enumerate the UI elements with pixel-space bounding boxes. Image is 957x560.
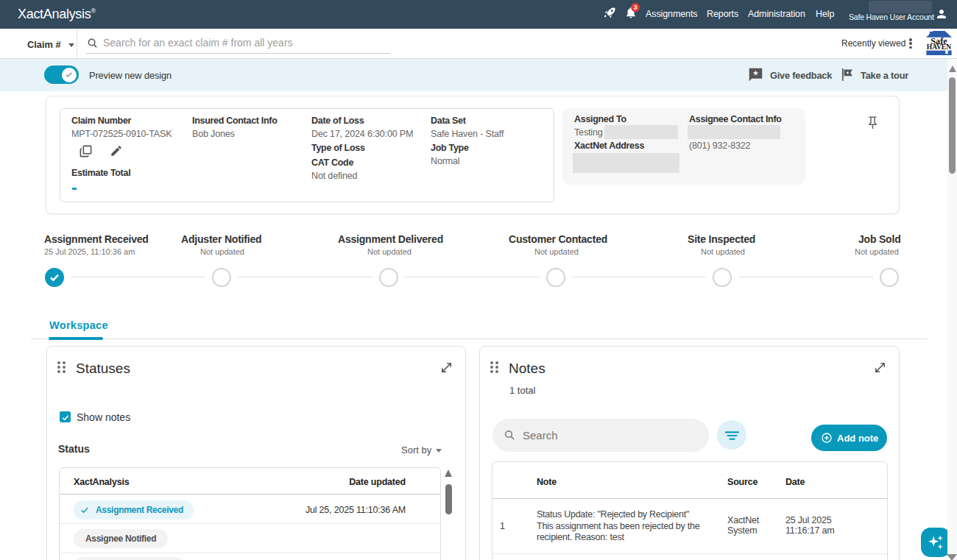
svg-text:HAVEN: HAVEN <box>927 43 951 51</box>
